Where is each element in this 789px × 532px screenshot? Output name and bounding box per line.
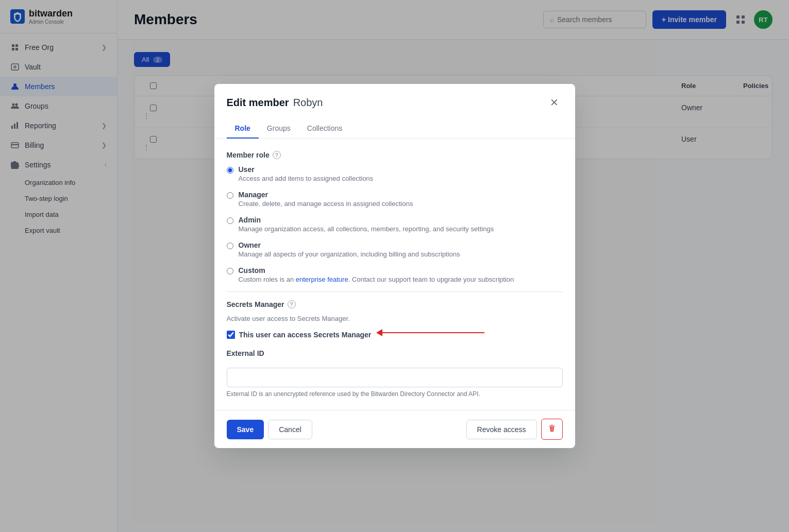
secrets-manager-section: Secrets Manager ? Activate user access t… bbox=[227, 300, 563, 339]
role-option-custom[interactable]: Custom Custom roles is an enterprise fea… bbox=[227, 266, 563, 283]
delete-button[interactable] bbox=[541, 419, 563, 440]
modal-header: Edit member Robyn ✕ bbox=[214, 84, 575, 111]
revoke-access-button[interactable]: Revoke access bbox=[466, 420, 537, 439]
modal-title: Edit member bbox=[227, 97, 289, 109]
role-option-admin[interactable]: Admin Manage organization access, all co… bbox=[227, 216, 563, 233]
modal-overlay[interactable]: Edit member Robyn ✕ Role Groups Collecti… bbox=[0, 0, 789, 532]
divider-1 bbox=[227, 291, 563, 292]
role-desc-user: Access and add items to assigned collect… bbox=[239, 175, 374, 182]
role-radio-owner[interactable] bbox=[227, 243, 233, 249]
role-radio-manager[interactable] bbox=[227, 192, 233, 199]
modal-tabs: Role Groups Collections bbox=[214, 119, 575, 139]
role-label-manager: Manager bbox=[239, 191, 413, 199]
role-label-owner: Owner bbox=[239, 241, 460, 249]
trash-icon bbox=[548, 426, 556, 434]
secrets-manager-desc: Activate user access to Secrets Manager. bbox=[227, 315, 563, 322]
modal-footer: Save Cancel Revoke access bbox=[214, 410, 575, 448]
secrets-manager-label: Secrets Manager ? bbox=[227, 300, 563, 308]
external-id-section: External ID External ID is an unencrypte… bbox=[227, 349, 563, 398]
save-button[interactable]: Save bbox=[227, 420, 264, 439]
modal-body: Member role ? User Access and add items … bbox=[214, 139, 575, 410]
external-id-label: External ID bbox=[227, 349, 563, 357]
external-id-input[interactable] bbox=[227, 368, 563, 387]
secrets-manager-checkbox[interactable] bbox=[227, 331, 235, 339]
secrets-manager-checkbox-row: This user can access Secrets Manager bbox=[227, 331, 372, 339]
annotation-arrow bbox=[381, 332, 484, 333]
tab-groups[interactable]: Groups bbox=[259, 119, 299, 139]
role-radio-admin[interactable] bbox=[227, 217, 233, 224]
role-desc-custom: Custom roles is an enterprise feature. C… bbox=[239, 276, 514, 283]
enterprise-feature-link[interactable]: enterprise feature bbox=[296, 276, 348, 283]
edit-member-modal: Edit member Robyn ✕ Role Groups Collecti… bbox=[214, 84, 575, 448]
tab-collections[interactable]: Collections bbox=[299, 119, 350, 139]
role-radio-user[interactable] bbox=[227, 167, 233, 174]
modal-close-button[interactable]: ✕ bbox=[546, 94, 563, 111]
cancel-button[interactable]: Cancel bbox=[268, 420, 312, 439]
role-radio-custom[interactable] bbox=[227, 268, 233, 274]
role-option-user[interactable]: User Access and add items to assigned co… bbox=[227, 165, 563, 182]
role-option-owner[interactable]: Owner Manage all aspects of your organiz… bbox=[227, 241, 563, 258]
role-label-custom: Custom bbox=[239, 266, 514, 274]
arrow-head-icon bbox=[376, 329, 382, 336]
secrets-manager-help-icon[interactable]: ? bbox=[288, 300, 296, 308]
tab-role[interactable]: Role bbox=[227, 119, 259, 139]
role-desc-manager: Create, delete, and manage access in ass… bbox=[239, 200, 413, 208]
external-id-hint: External ID is an unencrypted reference … bbox=[227, 390, 563, 398]
member-role-help-icon[interactable]: ? bbox=[273, 151, 281, 159]
role-desc-admin: Manage organization access, all collecti… bbox=[239, 225, 494, 233]
role-desc-owner: Manage all aspects of your organization,… bbox=[239, 250, 460, 258]
role-label-user: User bbox=[239, 165, 374, 174]
role-label-admin: Admin bbox=[239, 216, 494, 224]
role-option-manager[interactable]: Manager Create, delete, and manage acces… bbox=[227, 191, 563, 208]
secrets-manager-checkbox-label: This user can access Secrets Manager bbox=[239, 331, 372, 339]
modal-member-name: Robyn bbox=[293, 97, 323, 109]
member-role-section-label: Member role ? bbox=[227, 151, 563, 159]
